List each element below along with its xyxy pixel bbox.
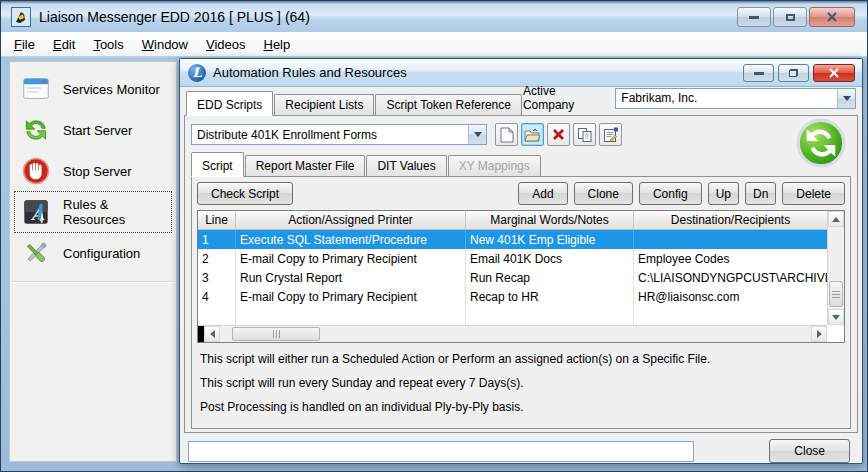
minimize-icon [749, 16, 759, 19]
arrow-right-icon [817, 330, 822, 338]
chevron-down-icon[interactable] [468, 125, 486, 144]
tab-recipient-lists[interactable]: Recipient Lists [274, 94, 374, 115]
dialog-restore-button[interactable] [778, 64, 809, 82]
scroll-left-button[interactable] [204, 326, 220, 342]
button-row-spacer [299, 182, 512, 205]
column-header-notes[interactable]: Marginal Words/Notes [466, 211, 634, 229]
window-title: Liaison Messenger EDD 2016 [ PLUS ] (64) [39, 9, 310, 25]
tab-edd-scripts[interactable]: EDD Scripts [186, 91, 273, 116]
delete-button[interactable]: Delete [782, 182, 845, 205]
horizontal-scroll-thumb[interactable] [232, 327, 320, 341]
add-button[interactable]: Add [518, 182, 567, 205]
description-line: This script will run every Sunday and re… [200, 376, 842, 390]
start-server-icon [21, 115, 51, 145]
sidebar-label: Services Monitor [63, 82, 160, 97]
column-header-action[interactable]: Action/Assigned Printer [236, 211, 466, 229]
config-button[interactable]: Config [639, 182, 702, 205]
services-monitor-icon [21, 74, 51, 104]
close-button[interactable] [809, 7, 855, 27]
refresh-button[interactable] [795, 117, 847, 169]
active-company-label: Active Company [523, 84, 608, 112]
menu-help[interactable]: Help [255, 33, 300, 56]
open-script-icon [524, 128, 541, 142]
properties-button[interactable] [599, 123, 622, 146]
up-button[interactable]: Up [708, 182, 739, 205]
cell-notes: Recap to HR [466, 287, 634, 306]
inner-tabstrip: Script Report Master File DIT Values XY … [191, 151, 851, 177]
scroll-up-button[interactable] [828, 211, 844, 227]
description-line: This script will either run a Scheduled … [200, 352, 842, 366]
maximize-button[interactable] [773, 7, 807, 27]
main-caption-buttons [737, 7, 855, 27]
copy-script-icon [577, 127, 593, 143]
horizontal-scrollbar[interactable] [198, 325, 827, 342]
cell-action: E-mail Copy to Primary Recipient [236, 249, 466, 268]
cell-line: 2 [198, 249, 236, 268]
delete-script-icon [552, 128, 565, 141]
scroll-right-button[interactable] [811, 326, 827, 342]
tab-script-token-reference[interactable]: Script Token Reference [375, 94, 522, 115]
sidebar-item-configuration[interactable]: Configuration [15, 233, 171, 273]
vertical-scroll-track[interactable] [828, 227, 844, 309]
scroll-down-button[interactable] [828, 309, 844, 325]
menu-file[interactable]: File [5, 33, 44, 56]
sidebar-label: Rules & Resources [63, 197, 165, 227]
tab-script[interactable]: Script [191, 152, 244, 177]
delete-script-button[interactable] [547, 123, 570, 146]
liaison-logo-icon: L [188, 64, 206, 82]
tab-dit-values[interactable]: DIT Values [366, 155, 446, 176]
vertical-scroll-thumb[interactable] [829, 281, 843, 307]
configuration-icon [21, 238, 51, 268]
sidebar-item-stop-server[interactable]: Stop Server [15, 151, 171, 191]
status-input[interactable] [188, 441, 694, 462]
liaison-app-icon [11, 7, 31, 27]
dialog-minimize-button[interactable] [743, 64, 774, 82]
chevron-down-icon[interactable] [837, 89, 855, 108]
automation-rules-dialog: L Automation Rules and Resources EDD Scr… [179, 58, 863, 464]
close-dialog-button[interactable]: Close [769, 439, 850, 463]
copy-script-button[interactable] [573, 123, 596, 146]
grid-header: Line Action/Assigned Printer Marginal Wo… [198, 211, 827, 230]
script-combo-value: Distribute 401K Enrollment Forms [192, 125, 468, 144]
table-row[interactable]: 2 E-mail Copy to Primary Recipient Email… [198, 249, 827, 268]
main-titlebar: Liaison Messenger EDD 2016 [ PLUS ] (64) [1, 1, 867, 32]
menu-videos[interactable]: Videos [197, 33, 255, 56]
script-descriptions: This script will either run a Scheduled … [197, 343, 845, 414]
clone-button[interactable]: Clone [574, 182, 633, 205]
tab-xy-mappings: XY Mappings [448, 155, 541, 176]
table-row[interactable]: 1 Execute SQL Statement/Procedure New 40… [198, 230, 827, 249]
tab-report-master-file[interactable]: Report Master File [245, 155, 366, 176]
cell-line: 4 [198, 287, 236, 306]
column-header-line[interactable]: Line [198, 211, 236, 229]
menu-edit[interactable]: Edit [44, 33, 84, 56]
new-script-button[interactable] [495, 123, 518, 146]
dn-button[interactable]: Dn [745, 182, 776, 205]
vertical-scrollbar[interactable] [827, 211, 844, 325]
edd-scripts-tab-page: Distribute 401K Enrollment Forms [184, 116, 858, 433]
rules-resources-icon: A [21, 197, 51, 227]
sidebar-label: Start Server [63, 123, 132, 138]
check-script-button[interactable]: Check Script [197, 182, 293, 205]
close-icon [827, 12, 837, 22]
script-combo[interactable]: Distribute 401K Enrollment Forms [191, 124, 487, 145]
main-window: Liaison Messenger EDD 2016 [ PLUS ] (64)… [0, 0, 868, 472]
restore-icon [789, 69, 798, 77]
column-header-destination[interactable]: Destination/Recipients [634, 211, 827, 229]
sidebar-label: Stop Server [63, 164, 132, 179]
sidebar-item-rules-resources[interactable]: A Rules & Resources [15, 192, 171, 232]
table-row[interactable]: 4 E-mail Copy to Primary Recipient Recap… [198, 287, 827, 306]
sidebar-item-start-server[interactable]: Start Server [15, 110, 171, 150]
active-company-combo[interactable]: Fabrikam, Inc. [615, 88, 856, 109]
menu-tools[interactable]: Tools [84, 33, 132, 56]
dialog-client: EDD Scripts Recipient Lists Script Token… [180, 87, 862, 463]
sidebar-item-services-monitor[interactable]: Services Monitor [15, 69, 171, 109]
horizontal-scroll-track[interactable] [220, 326, 811, 342]
dialog-close-button[interactable] [813, 64, 855, 82]
minimize-button[interactable] [737, 7, 771, 27]
table-row[interactable]: 3 Run Crystal Report Run Recap C:\LIAISO… [198, 268, 827, 287]
open-script-button[interactable] [521, 123, 544, 146]
client-area: Services Monitor Start Server Stop Serve… [7, 58, 861, 465]
cell-notes: New 401K Emp Eligible [466, 230, 634, 249]
sidebar-label: Configuration [63, 246, 140, 261]
menu-window[interactable]: Window [133, 33, 197, 56]
